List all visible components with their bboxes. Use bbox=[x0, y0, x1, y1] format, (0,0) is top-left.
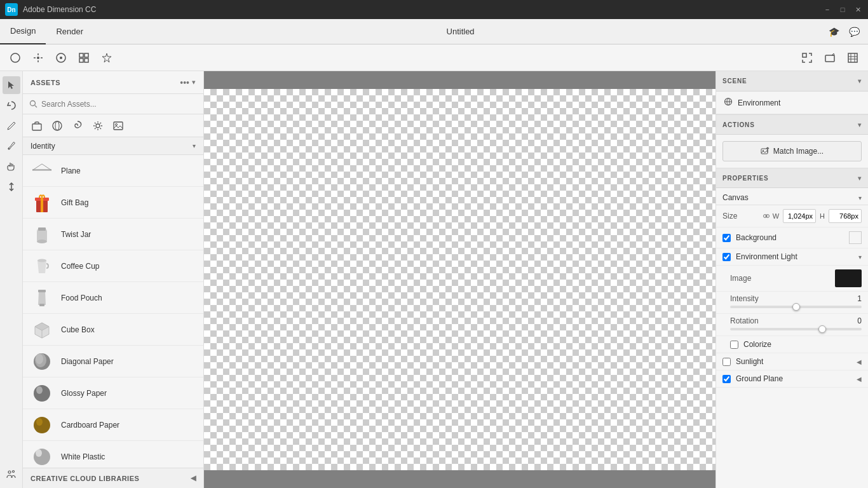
environment-image-thumb[interactable] bbox=[835, 269, 862, 287]
left-tool-orbit[interactable] bbox=[3, 97, 20, 114]
assets-more-icon[interactable]: ••• bbox=[180, 78, 189, 88]
asset-thumb-food-pouch bbox=[29, 285, 55, 311]
move-vertical-icon bbox=[6, 182, 17, 192]
asset-item-cube-box[interactable]: Cube Box bbox=[23, 314, 203, 346]
assets-expand-icon[interactable]: ▾ bbox=[192, 78, 196, 86]
svg-marker-15 bbox=[832, 53, 834, 55]
tool-orbit[interactable] bbox=[51, 48, 71, 68]
link-icon[interactable] bbox=[763, 212, 770, 220]
tool-select[interactable] bbox=[5, 48, 25, 68]
cloud-libraries-collapse-icon[interactable]: ◀ bbox=[191, 474, 196, 482]
left-tool-pen[interactable] bbox=[3, 117, 20, 135]
asset-item-glossy-paper[interactable]: Glossy Paper bbox=[23, 377, 203, 409]
svg-point-62 bbox=[36, 418, 43, 426]
asset-item-gift-bag[interactable]: Gift Bag bbox=[23, 187, 203, 219]
svg-point-21 bbox=[8, 148, 10, 149]
minimize-button[interactable]: − bbox=[822, 4, 832, 15]
sunlight-label: Sunlight bbox=[736, 357, 763, 366]
background-color-swatch[interactable] bbox=[849, 231, 862, 244]
diagonal-paper-thumb-icon bbox=[30, 349, 54, 374]
sunlight-checkbox[interactable] bbox=[722, 358, 731, 366]
identity-dropdown-icon[interactable]: ▾ bbox=[193, 142, 196, 149]
type-models[interactable] bbox=[29, 118, 44, 133]
scene-arrow-icon[interactable]: ▾ bbox=[858, 78, 862, 85]
asset-item-food-pouch[interactable]: Food Pouch bbox=[23, 282, 203, 314]
svg-rect-52 bbox=[39, 304, 44, 306]
asset-item-coffee-cup[interactable]: Coffee Cup bbox=[23, 250, 203, 282]
asset-item-cardboard-paper[interactable]: Cardboard Paper bbox=[23, 409, 203, 441]
svg-line-38 bbox=[95, 128, 96, 129]
tool-camera[interactable] bbox=[820, 48, 840, 68]
tool-fullscreen[interactable] bbox=[797, 48, 817, 68]
people-icon bbox=[6, 469, 17, 479]
globe-icon bbox=[724, 97, 733, 106]
type-materials[interactable] bbox=[50, 118, 65, 133]
left-tool-hand[interactable] bbox=[3, 158, 20, 175]
asset-item-twist-jar[interactable]: Twist Jar bbox=[23, 219, 203, 250]
render-preview-icon bbox=[847, 52, 858, 64]
actions-arrow-icon[interactable]: ▾ bbox=[858, 121, 862, 128]
intensity-track[interactable] bbox=[730, 306, 862, 308]
svg-point-58 bbox=[36, 354, 43, 364]
svg-line-37 bbox=[100, 123, 102, 124]
asset-item-plane[interactable]: Plane bbox=[23, 155, 203, 187]
canvas-expand-icon[interactable]: ▾ bbox=[858, 194, 862, 201]
asset-thumb-diagonal-paper bbox=[29, 349, 55, 374]
asset-item-diagonal-paper[interactable]: Diagonal Paper bbox=[23, 346, 203, 377]
svg-rect-51 bbox=[38, 290, 46, 292]
svg-rect-14 bbox=[825, 55, 834, 62]
tool-transform[interactable] bbox=[28, 48, 48, 68]
asset-name-plane: Plane bbox=[61, 166, 81, 175]
image-row: Image bbox=[716, 266, 868, 292]
type-environment[interactable] bbox=[90, 118, 105, 133]
svg-point-29 bbox=[55, 121, 59, 130]
titlebar: Dn Adobe Dimension CC − □ ✕ bbox=[0, 0, 868, 19]
close-button[interactable]: ✕ bbox=[853, 4, 863, 15]
width-input[interactable] bbox=[783, 209, 816, 223]
canvas-area[interactable] bbox=[204, 71, 715, 488]
actions-label: ACTIONS bbox=[722, 121, 755, 128]
ground-plane-checkbox[interactable] bbox=[722, 375, 731, 383]
left-tool-select[interactable] bbox=[3, 76, 20, 94]
maximize-button[interactable]: □ bbox=[837, 4, 848, 15]
height-input[interactable] bbox=[829, 209, 862, 223]
chat-icon[interactable]: 💬 bbox=[848, 25, 860, 38]
learn-icon[interactable]: 🎓 bbox=[827, 25, 840, 38]
asset-item-white-plastic[interactable]: White Plastic bbox=[23, 441, 203, 468]
svg-point-59 bbox=[34, 385, 50, 402]
left-tool-people[interactable] bbox=[3, 465, 20, 483]
scene-item-environment[interactable]: Environment bbox=[716, 92, 868, 114]
tool-magic[interactable] bbox=[97, 48, 117, 68]
background-checkbox[interactable] bbox=[722, 234, 731, 242]
svg-line-26 bbox=[35, 105, 37, 107]
rotation-thumb[interactable] bbox=[818, 325, 826, 333]
tool-frame[interactable] bbox=[74, 48, 94, 68]
colorize-checkbox[interactable] bbox=[730, 341, 738, 349]
search-input[interactable] bbox=[41, 100, 197, 109]
hand-icon bbox=[6, 161, 17, 172]
environment-light-checkbox[interactable] bbox=[722, 253, 731, 261]
properties-label: PROPERTIES bbox=[722, 175, 768, 182]
left-tool-zoom[interactable] bbox=[3, 178, 20, 196]
match-image-icon bbox=[761, 147, 770, 156]
tab-design[interactable]: Design bbox=[0, 19, 46, 44]
arrow-select-icon bbox=[6, 80, 17, 90]
height-h-label: H bbox=[820, 212, 825, 220]
window-controls: − □ ✕ bbox=[822, 4, 863, 15]
environment-light-arrow-icon[interactable]: ▾ bbox=[858, 254, 862, 261]
type-lights[interactable] bbox=[70, 118, 85, 133]
actions-section-header: ACTIONS ▾ bbox=[716, 114, 868, 135]
tab-render[interactable]: Render bbox=[46, 19, 93, 44]
left-tool-eyedropper[interactable] bbox=[3, 137, 20, 155]
tool-render-preview[interactable] bbox=[843, 48, 863, 68]
material-circle-icon bbox=[51, 120, 63, 132]
type-images[interactable] bbox=[111, 118, 126, 133]
properties-arrow-icon[interactable]: ▾ bbox=[858, 175, 862, 182]
rotation-track[interactable] bbox=[730, 328, 862, 330]
ground-plane-arrow-icon[interactable]: ◀ bbox=[857, 376, 862, 383]
svg-point-48 bbox=[37, 240, 47, 243]
intensity-thumb[interactable] bbox=[792, 303, 800, 311]
sunlight-arrow-icon[interactable]: ◀ bbox=[857, 358, 862, 365]
match-image-button[interactable]: Match Image... bbox=[722, 141, 862, 161]
search-icon bbox=[29, 100, 37, 108]
